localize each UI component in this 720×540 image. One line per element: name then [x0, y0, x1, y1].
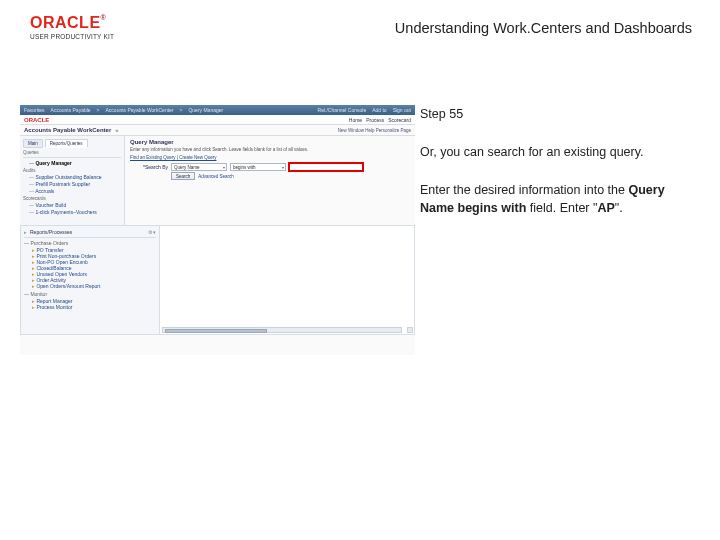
step-label: Step 55 [420, 105, 700, 123]
page-title: Understanding Work.Centers and Dashboard… [395, 20, 692, 36]
brand-text: ORACLE [24, 117, 49, 123]
sidebar-link[interactable]: Prefill Postmark Supplier [29, 181, 121, 187]
content-desc: Enter any information you have and click… [130, 147, 410, 152]
report-link[interactable]: Process Monitor [36, 304, 72, 310]
workcenter-titlebar: Accounts Payable WorkCenter « New Window… [20, 125, 415, 136]
tab-reports[interactable]: Reports/Queries [45, 139, 88, 148]
select-condition[interactable]: begins with [230, 163, 286, 171]
sidebar-link[interactable]: Supplier Outstanding Balance [29, 174, 121, 180]
link[interactable]: Scorecard [388, 117, 411, 123]
search-button[interactable]: Search [171, 172, 195, 180]
section-audits: Audits [23, 168, 121, 173]
sidebar-link-query-manager[interactable]: Query Manager [29, 160, 121, 166]
nav-item[interactable]: Query Manager [188, 107, 223, 113]
select-search-by[interactable]: Query Name [171, 163, 227, 171]
nav-item[interactable]: Rel./Channel Console [318, 107, 367, 113]
instruction-line-2: Enter the desired information into the Q… [420, 181, 700, 217]
sidebar-link[interactable]: Voucher Build [29, 202, 121, 208]
logo-text: ORACLE [30, 14, 101, 31]
oracle-logo: ORACLE® USER PRODUCTIVITY KIT [30, 14, 114, 40]
wc-title: Accounts Payable WorkCenter [24, 127, 111, 133]
reports-header[interactable]: Reports/Processes [30, 229, 72, 235]
lower-block: ▸Reports/Processes⚙ ▾ — Purchase Orders … [20, 225, 415, 335]
link[interactable]: Home [349, 117, 362, 123]
sidebar-link[interactable]: Accruals [29, 188, 121, 194]
nav-item[interactable]: Add to [372, 107, 386, 113]
trademark: ® [101, 14, 106, 21]
reports-sidebar: ▸Reports/Processes⚙ ▾ — Purchase Orders … [20, 225, 160, 335]
nav-item[interactable]: Favorites [24, 107, 45, 113]
report-link[interactable]: Open Orders/Amount Report [36, 283, 100, 289]
page-header: ORACLE® USER PRODUCTIVITY KIT Understand… [0, 18, 720, 58]
link[interactable]: Process [366, 117, 384, 123]
brand-bar: ORACLE Home Process Scorecard [20, 115, 415, 125]
logo-subtitle: USER PRODUCTIVITY KIT [30, 33, 114, 40]
section-scorecards: Scorecards [23, 196, 121, 201]
nav-item[interactable]: Sign out [393, 107, 411, 113]
wc-close-icon[interactable]: « [115, 127, 118, 133]
nav-item[interactable]: Accounts Payable [51, 107, 91, 113]
tab-main[interactable]: Main [23, 139, 43, 148]
scroll-corner [407, 327, 413, 333]
instruction-panel: Step 55 Or, you can search for an existi… [420, 105, 700, 238]
nav-item[interactable]: Accounts Payable WorkCenter [106, 107, 174, 113]
wc-actions[interactable]: New Window Help Personalize Page [338, 128, 411, 133]
sidebar-link[interactable]: 1-click Payments–Vouchers [29, 209, 121, 215]
horizontal-scrollbar[interactable] [162, 327, 402, 333]
advanced-search-link[interactable]: Advanced Search [198, 174, 234, 179]
section-queries: Queries [23, 150, 121, 155]
query-name-input[interactable] [289, 163, 363, 171]
instruction-line-1: Or, you can search for an existing query… [420, 143, 700, 161]
label-search-by: *Search By [130, 164, 168, 170]
content-subnav[interactable]: Find an Existing Query | Create New Quer… [130, 155, 410, 160]
folder-icon: ▸ [32, 304, 35, 310]
empty-pane [160, 225, 415, 335]
entry-value: AP [597, 201, 614, 215]
content-title: Query Manager [130, 139, 410, 145]
top-nav: Favorites Accounts Payable > Accounts Pa… [20, 105, 415, 115]
folder-icon: ▸ [32, 283, 35, 289]
